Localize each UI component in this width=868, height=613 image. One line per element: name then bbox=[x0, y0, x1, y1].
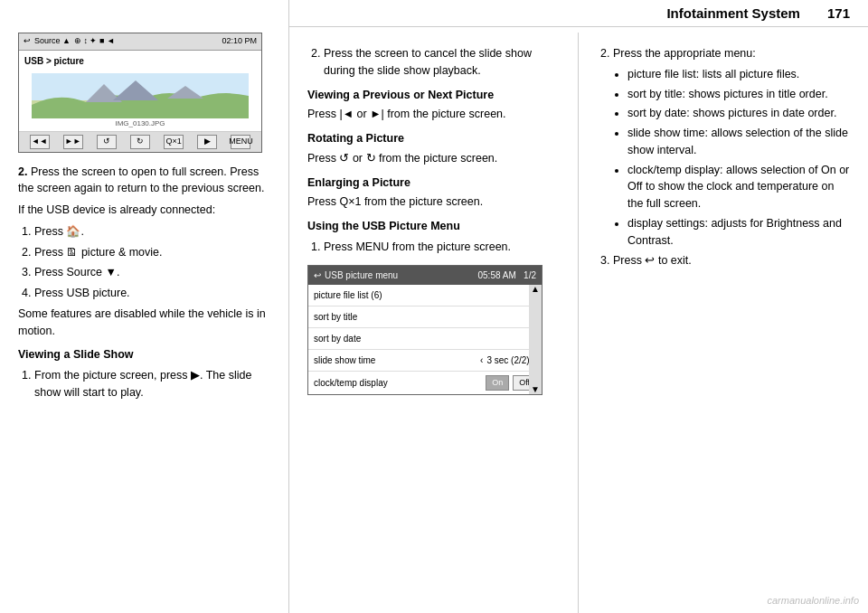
device-screen: ↩ Source ▲ ⊕ ↕ ✦ ■ ◄ 02:10 PM USB > pict… bbox=[18, 33, 262, 153]
slideshow-button[interactable]: ▶ bbox=[197, 135, 217, 149]
prev-next-heading: Viewing a Previous or Next Picture bbox=[307, 87, 560, 104]
zoom-icon: Q×1 bbox=[339, 195, 361, 208]
image-filename: IMG_0130.JPG bbox=[115, 118, 165, 129]
list-item: Press Source ▼. bbox=[34, 264, 270, 281]
list-item: Press 🖻 picture & movie. bbox=[34, 244, 270, 261]
slideshow-label: slide show time bbox=[314, 354, 375, 367]
zoom-button[interactable]: Q×1 bbox=[164, 135, 184, 149]
slide-cancel-step: Press the screen to cancel the slide sho… bbox=[307, 45, 560, 80]
picture-list-label: picture file list (6) bbox=[314, 288, 382, 302]
scroll-up-button[interactable]: ▲ bbox=[531, 285, 540, 294]
exit-icon: ↩ bbox=[645, 254, 655, 267]
usb-picture-menu: ↩ USB picture menu 05:58 AM 1/2 picture … bbox=[307, 265, 542, 396]
rotate-l-icon: ↺ bbox=[339, 152, 349, 165]
landscape-image bbox=[32, 73, 249, 118]
menu-row-slideshow[interactable]: slide show time ‹ 3 sec (2/2) › bbox=[308, 350, 542, 372]
menu-row-clock[interactable]: clock/temp display On Off bbox=[308, 372, 542, 395]
next-button[interactable]: ►► bbox=[63, 135, 83, 149]
rotate-right-button[interactable]: ↻ bbox=[130, 135, 150, 149]
bullet-item: sort by title: shows pictures in title o… bbox=[627, 86, 850, 103]
right-column: Press the screen to cancel the slide sho… bbox=[289, 0, 868, 613]
features-disabled-text: Some features are disabled while the veh… bbox=[18, 306, 270, 340]
rotating-heading: Rotating a Picture bbox=[307, 130, 560, 147]
step2-text: 2. Press the screen to open to full scre… bbox=[18, 164, 270, 198]
play-icon: ▶ bbox=[191, 369, 200, 382]
header-title: Infotainment System bbox=[666, 5, 800, 21]
usb-menu-time: 05:58 AM bbox=[477, 270, 515, 280]
time-display: 02:10 PM bbox=[222, 35, 257, 48]
slide-show-steps: From the picture screen, press ▶. The sl… bbox=[18, 367, 270, 401]
usb-menu-page: 1/2 bbox=[524, 270, 536, 280]
back-icon[interactable]: ↩ bbox=[24, 35, 31, 48]
statusbar-left: ↩ Source ▲ ⊕ ↕ ✦ ■ ◄ bbox=[24, 35, 115, 48]
step3-item: Press ↩ to exit. bbox=[613, 252, 850, 269]
back-icon[interactable]: ↩ bbox=[314, 269, 321, 282]
usb-menu-rows-content: picture file list (6) › sort by title so… bbox=[308, 285, 542, 395]
bullet-item: slide show time: allows selection of the… bbox=[627, 125, 850, 159]
menu-row-sort-title[interactable]: sort by title bbox=[308, 306, 542, 328]
rotate-r-icon: ↻ bbox=[366, 152, 376, 165]
menu-row-picturelist[interactable]: picture file list (6) › bbox=[308, 285, 542, 306]
numbered-steps: Press 🏠. Press 🖻 picture & movie. Press … bbox=[18, 223, 270, 302]
on-button[interactable]: On bbox=[486, 375, 509, 391]
slideshow-toggle-area: ‹ 3 sec (2/2) › bbox=[480, 354, 536, 367]
scroll-down-button[interactable]: ▼ bbox=[531, 385, 540, 394]
usb-menu-scrollbar: ▲ ▼ bbox=[529, 285, 542, 395]
menu-button[interactable]: MENU bbox=[231, 135, 250, 149]
source-down-icon: ▼ bbox=[106, 266, 117, 278]
step2-item: Press the appropriate menu: picture file… bbox=[613, 45, 850, 249]
device-main-area: USB > picture bbox=[19, 51, 261, 132]
using-menu-heading: Using the USB Picture Menu bbox=[307, 218, 560, 235]
enlarging-text: Press Q×1 from the picture screen. bbox=[307, 193, 560, 211]
rotating-text: Press ↺ or ↻ from the picture screen. bbox=[307, 150, 560, 167]
next-icon: ►| bbox=[370, 108, 384, 120]
right-steps: Press the appropriate menu: picture file… bbox=[597, 45, 850, 269]
usb-menu-header-left: ↩ USB picture menu bbox=[314, 269, 398, 282]
menu-steps: Press MENU from the picture screen. bbox=[307, 239, 560, 256]
device-statusbar: ↩ Source ▲ ⊕ ↕ ✦ ■ ◄ 02:10 PM bbox=[19, 33, 261, 51]
watermark: carmanualonline.info bbox=[767, 595, 859, 606]
prev-icon: |◄ bbox=[339, 108, 354, 120]
rotate-left-button[interactable]: ↺ bbox=[97, 135, 117, 149]
left-column: ↩ Source ▲ ⊕ ↕ ✦ ■ ◄ 02:10 PM USB > pict… bbox=[0, 0, 289, 613]
bullet-item: clock/temp display: allows selection of … bbox=[627, 162, 850, 212]
right-left-subcol: Press the screen to cancel the slide sho… bbox=[289, 33, 579, 613]
list-item: Press USB picture. bbox=[34, 285, 270, 302]
slide-step1: From the picture screen, press ▶. The sl… bbox=[34, 367, 270, 401]
menu-row-sort-date[interactable]: sort by date › bbox=[308, 328, 542, 350]
bullet-item: sort by date: shows pictures in date ord… bbox=[627, 105, 850, 122]
media-icon: 🖻 bbox=[66, 246, 78, 259]
prev-next-text: Press |◄ or ►| from the picture screen. bbox=[307, 106, 560, 123]
source-label: Source ▲ bbox=[34, 35, 71, 48]
slide-step2: Press the screen to cancel the slide sho… bbox=[324, 45, 560, 80]
sort-date-label: sort by date bbox=[314, 332, 361, 345]
slide-show-heading: Viewing a Slide Show bbox=[18, 346, 270, 363]
status-icons: ⊕ ↕ ✦ ■ ◄ bbox=[74, 35, 115, 48]
menu-bullets: picture file list: lists all picture fil… bbox=[613, 66, 850, 250]
usb-path-label: USB > picture bbox=[24, 54, 84, 68]
home-icon: 🏠 bbox=[66, 225, 80, 238]
header-page-number: 171 bbox=[827, 5, 850, 21]
slideshow-left-arrow[interactable]: ‹ bbox=[480, 354, 483, 367]
usb-menu-header-right: 05:58 AM 1/2 bbox=[477, 269, 536, 282]
bullet-item: picture file list: lists all picture fil… bbox=[627, 66, 850, 83]
usb-menu-rows-area: picture file list (6) › sort by title so… bbox=[308, 285, 542, 395]
right-right-subcol: Press the appropriate menu: picture file… bbox=[579, 33, 868, 613]
device-controls: ◄◄ ►► ↺ ↻ Q×1 ▶ MENU bbox=[19, 132, 261, 152]
usb-menu-header: ↩ USB picture menu 05:58 AM 1/2 bbox=[308, 266, 542, 285]
clock-label: clock/temp display bbox=[314, 376, 388, 390]
if-connected-text: If the USB device is already connected: bbox=[18, 202, 270, 219]
page-container: Infotainment System 171 ↩ Source ▲ ⊕ ↕ ✦… bbox=[0, 0, 868, 613]
prev-button[interactable]: ◄◄ bbox=[30, 135, 50, 149]
bullet-item: display settings: adjusts for Brightness… bbox=[627, 215, 850, 250]
list-item: Press 🏠. bbox=[34, 223, 270, 240]
sort-title-label: sort by title bbox=[314, 310, 357, 324]
usb-menu-label: USB picture menu bbox=[325, 269, 398, 282]
enlarging-heading: Enlarging a Picture bbox=[307, 174, 560, 192]
menu-step1: Press MENU from the picture screen. bbox=[324, 239, 560, 256]
header: Infotainment System 171 bbox=[289, 0, 868, 27]
slideshow-value: 3 sec (2/2) bbox=[486, 354, 529, 367]
